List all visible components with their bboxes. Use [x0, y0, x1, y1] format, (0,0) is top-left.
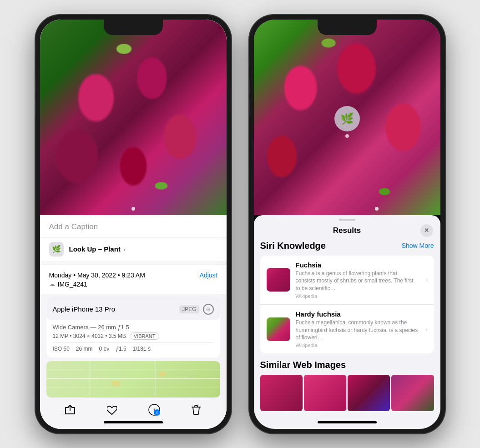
similar-image-1[interactable]	[260, 375, 303, 411]
share-icon	[65, 405, 75, 415]
right-notch	[318, 20, 377, 35]
vol-down-button[interactable]	[35, 99, 36, 115]
fuchsia-name: Fuchsia	[296, 261, 418, 269]
adjust-button[interactable]: Adjust	[200, 272, 217, 279]
right-vol-up[interactable]	[249, 79, 250, 94]
lookup-chevron: ›	[123, 246, 125, 253]
fuchsia-text: Fuchsia Fuchsia is a genus of flowering …	[296, 261, 418, 299]
camera-resolution: 12 MP • 3024 × 4032 • 3.5 MB VIBRANT	[53, 332, 214, 340]
focal-value: 26 mm	[76, 346, 93, 352]
right-power[interactable]	[445, 88, 445, 111]
results-title: Results	[333, 226, 361, 235]
hardy-fuchsia-name: Hardy fuchsia	[296, 310, 418, 318]
aperture-icon: ◎	[203, 304, 214, 315]
vibrant-badge: VIBRANT	[130, 332, 160, 340]
lookup-row[interactable]: 🌿 Look Up – Plant ›	[40, 237, 227, 261]
vol-up-button[interactable]	[35, 79, 36, 94]
right-phone: 🌿 Results ✕ Siri Knowledge	[249, 15, 445, 433]
notch	[104, 20, 163, 35]
phones-container: Add a Caption 🌿 Look Up – Plant ›	[35, 15, 445, 433]
aperture-value: ƒ1.5	[116, 346, 126, 352]
device-name: Apple iPhone 13 Pro	[53, 305, 116, 313]
info-icon: i i	[148, 404, 160, 416]
device-badges: JPEG ◎	[179, 304, 213, 315]
power-button[interactable]	[231, 88, 231, 111]
leaf-icon: 🌿	[52, 245, 61, 253]
panel-handle	[339, 219, 355, 221]
siri-dot	[345, 134, 349, 138]
similar-image-3[interactable]	[348, 375, 390, 411]
share-button[interactable]	[60, 400, 80, 420]
heart-icon	[107, 405, 117, 415]
left-home-indicator	[104, 421, 163, 423]
knowledge-card: Fuchsia Fuchsia is a genus of flowering …	[260, 256, 434, 354]
cloud-icon: ☁	[49, 281, 55, 287]
shutter-value: 1/181 s	[133, 346, 151, 352]
location-row: ☁ IMG_4241	[49, 281, 217, 288]
trash-button[interactable]	[186, 400, 206, 420]
svg-rect-5	[111, 380, 120, 385]
fuchsia-source: Wikipedia	[296, 293, 418, 299]
flower-photo-left[interactable]	[40, 20, 227, 215]
left-phone: Add a Caption 🌿 Look Up – Plant ›	[35, 15, 231, 433]
siri-leaf-icon: 🌿	[340, 112, 354, 125]
flower-photo-right[interactable]: 🌿	[254, 20, 440, 215]
device-section: Apple iPhone 13 Pro JPEG ◎ Wide Camera —…	[46, 298, 220, 357]
results-body: Siri Knowledge Show More Fuchsia	[254, 241, 440, 429]
exif-row: ISO 50 26 mm 0 ev ƒ1.5 1/181 s	[53, 342, 214, 354]
left-toolbar: i i	[40, 400, 227, 420]
trash-icon	[192, 405, 201, 415]
photo-dot-right	[375, 207, 379, 211]
flower-overlay	[40, 20, 227, 215]
similar-images-row	[260, 375, 434, 411]
right-vol-down[interactable]	[249, 99, 250, 115]
siri-knowledge-title: Siri Knowledge	[260, 241, 326, 251]
fuchsia-item[interactable]: Fuchsia Fuchsia is a genus of flowering …	[260, 256, 434, 304]
lookup-icon: 🌿	[49, 242, 64, 257]
filename: IMG_4241	[58, 281, 87, 288]
svg-text:i: i	[156, 411, 157, 415]
hardy-fuchsia-text: Hardy fuchsia Fuchsia magellanica, commo…	[296, 310, 418, 348]
siri-knowledge-header: Siri Knowledge Show More	[260, 241, 434, 251]
date-row: Monday • May 30, 2022 • 9:23 AM Adjust	[49, 272, 217, 279]
right-phone-content: 🌿 Results ✕ Siri Knowledge	[254, 20, 440, 429]
svg-rect-6	[159, 372, 166, 376]
hardy-fuchsia-item[interactable]: Hardy fuchsia Fuchsia magellanica, commo…	[260, 304, 434, 353]
lookup-label: Look Up – Plant ›	[69, 245, 126, 253]
left-phone-content: Add a Caption 🌿 Look Up – Plant ›	[40, 20, 227, 429]
siri-badge: 🌿	[334, 106, 360, 131]
camera-lens: Wide Camera — 26 mm ƒ1.5	[53, 324, 214, 331]
fuchsia-thumbnail	[267, 268, 290, 292]
results-panel: Results ✕ Siri Knowledge Show More	[254, 215, 440, 429]
right-home-indicator	[318, 421, 377, 423]
hardy-fuchsia-description: Fuchsia magellanica, commonly known as t…	[296, 319, 418, 342]
fuchsia-chevron: ›	[425, 276, 428, 283]
similar-image-4[interactable]	[391, 375, 434, 411]
hardy-fuchsia-source: Wikipedia	[296, 342, 418, 348]
info-button[interactable]: i i	[144, 400, 164, 420]
heart-button[interactable]	[102, 400, 122, 420]
metadata-section: Monday • May 30, 2022 • 9:23 AM Adjust ☁…	[40, 265, 227, 294]
jpeg-badge: JPEG	[179, 305, 199, 313]
close-button[interactable]: ✕	[420, 224, 433, 237]
hardy-fuchsia-chevron: ›	[425, 326, 428, 333]
right-phone-screen: 🌿 Results ✕ Siri Knowledge	[254, 20, 440, 429]
flower-background	[40, 20, 227, 215]
date-text: Monday • May 30, 2022 • 9:23 AM	[49, 272, 145, 279]
similar-image-2[interactable]	[304, 375, 346, 411]
caption-placeholder: Add a Caption	[49, 222, 98, 231]
show-more-button[interactable]: Show More	[402, 242, 434, 249]
left-info-area: Add a Caption 🌿 Look Up – Plant ›	[40, 215, 227, 429]
hardy-fuchsia-thumbnail	[267, 317, 290, 341]
fuchsia-description: Fuchsia is a genus of flowering plants t…	[296, 270, 418, 292]
ev-value: 0 ev	[99, 346, 110, 352]
left-phone-screen: Add a Caption 🌿 Look Up – Plant ›	[40, 20, 227, 429]
iso-value: ISO 50	[53, 346, 70, 352]
photo-dot-indicator	[131, 207, 135, 211]
similar-images-title: Similar Web Images	[260, 360, 434, 370]
map-preview[interactable]	[46, 361, 220, 398]
caption-area[interactable]: Add a Caption	[40, 215, 227, 237]
camera-details: Wide Camera — 26 mm ƒ1.5 12 MP • 3024 × …	[46, 320, 220, 357]
results-header: Results ✕	[254, 222, 440, 241]
map-roads-svg	[46, 361, 220, 396]
